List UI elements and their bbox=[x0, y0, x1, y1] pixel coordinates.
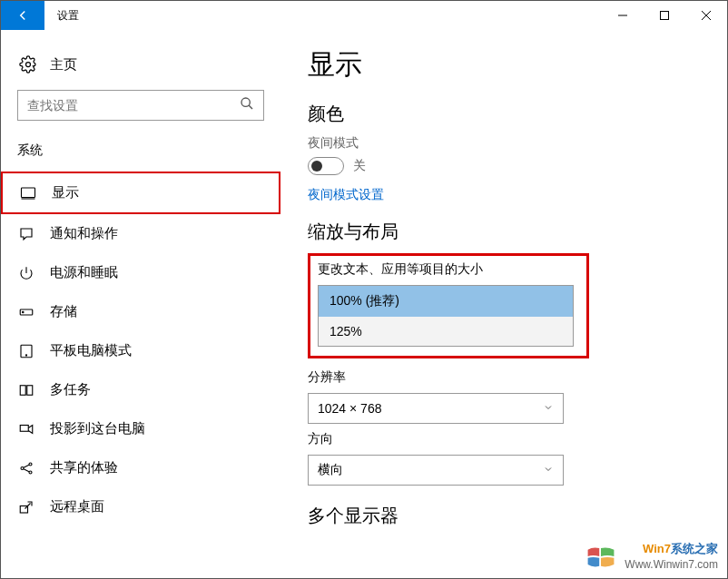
nav-label: 存储 bbox=[50, 303, 77, 320]
svg-point-4 bbox=[26, 63, 31, 67]
svg-line-20 bbox=[24, 468, 29, 471]
orientation-value: 横向 bbox=[318, 462, 343, 478]
svg-rect-13 bbox=[20, 385, 25, 395]
nav-item-notifications[interactable]: 通知和操作 bbox=[1, 214, 280, 253]
nav-list: 显示 通知和操作 电源和睡眠 存储 平板电脑模式 多任务 bbox=[1, 172, 280, 526]
chevron-down-icon bbox=[543, 462, 554, 478]
svg-rect-7 bbox=[22, 188, 35, 198]
wm-line1-right: 系统之家 bbox=[671, 542, 718, 555]
close-button[interactable] bbox=[685, 1, 727, 30]
svg-point-12 bbox=[25, 354, 26, 355]
power-icon bbox=[17, 265, 35, 281]
search-icon bbox=[240, 96, 254, 114]
window-title: 设置 bbox=[57, 8, 79, 24]
nav-item-remote[interactable]: 远程桌面 bbox=[1, 487, 280, 526]
storage-icon bbox=[17, 304, 35, 320]
section-color: 颜色 bbox=[308, 102, 700, 126]
search-input[interactable] bbox=[27, 98, 240, 113]
scale-combo[interactable]: 100% (推荐) 125% bbox=[318, 285, 574, 347]
orientation-select[interactable]: 横向 bbox=[308, 455, 564, 486]
scale-label: 更改文本、应用等项目的大小 bbox=[318, 261, 579, 278]
nav-label: 共享的体验 bbox=[50, 459, 118, 476]
project-icon bbox=[17, 421, 35, 437]
svg-rect-15 bbox=[20, 425, 28, 431]
section-multi-display: 多个显示器 bbox=[308, 504, 700, 528]
search-box[interactable] bbox=[17, 90, 264, 121]
multitask-icon bbox=[17, 382, 35, 398]
resolution-select[interactable]: 1024 × 768 bbox=[308, 393, 564, 424]
maximize-button[interactable] bbox=[644, 1, 685, 30]
nav-item-project[interactable]: 投影到这台电脑 bbox=[1, 409, 280, 448]
minimize-button[interactable] bbox=[602, 1, 644, 30]
nav-label: 多任务 bbox=[50, 381, 91, 398]
maximize-icon bbox=[660, 11, 669, 20]
svg-point-10 bbox=[23, 311, 25, 313]
nav-label: 平板电脑模式 bbox=[50, 342, 132, 359]
scale-option-125[interactable]: 125% bbox=[319, 317, 573, 346]
svg-point-17 bbox=[29, 463, 32, 466]
page-title: 显示 bbox=[308, 46, 700, 83]
windows-logo-icon bbox=[583, 538, 619, 574]
notification-icon bbox=[17, 226, 35, 242]
wm-line1-left: Win7 bbox=[643, 542, 671, 555]
nav-label: 投影到这台电脑 bbox=[50, 420, 145, 437]
svg-line-19 bbox=[24, 465, 29, 467]
nav-item-storage[interactable]: 存储 bbox=[1, 292, 280, 331]
svg-rect-1 bbox=[661, 12, 669, 20]
night-mode-settings-link[interactable]: 夜间模式设置 bbox=[308, 187, 384, 203]
svg-point-18 bbox=[29, 471, 32, 474]
titlebar: 设置 bbox=[1, 1, 727, 30]
scale-option-100[interactable]: 100% (推荐) bbox=[319, 286, 573, 317]
sidebar: 主页 系统 显示 通知和操作 电源和睡眠 存储 bbox=[1, 30, 280, 578]
svg-rect-14 bbox=[27, 385, 33, 395]
remote-icon bbox=[17, 499, 35, 515]
chevron-down-icon bbox=[543, 400, 554, 417]
svg-line-6 bbox=[249, 105, 252, 109]
back-button[interactable] bbox=[1, 1, 44, 30]
tablet-icon bbox=[17, 343, 35, 359]
night-mode-toggle[interactable] bbox=[308, 157, 344, 175]
window-controls bbox=[602, 1, 727, 30]
nav-item-tablet[interactable]: 平板电脑模式 bbox=[1, 331, 280, 370]
display-icon bbox=[19, 185, 37, 201]
nav-label: 电源和睡眠 bbox=[50, 264, 118, 281]
nav-label: 远程桌面 bbox=[50, 498, 104, 515]
svg-point-16 bbox=[21, 466, 24, 469]
svg-point-5 bbox=[241, 98, 250, 106]
nav-label: 显示 bbox=[52, 184, 79, 201]
home-label: 主页 bbox=[50, 56, 77, 74]
main-content: 显示 颜色 夜间模式 关 夜间模式设置 缩放与布局 更改文本、应用等项目的大小 … bbox=[280, 30, 727, 578]
highlight-box: 更改文本、应用等项目的大小 100% (推荐) 125% bbox=[308, 253, 589, 358]
night-mode-label: 夜间模式 bbox=[308, 135, 700, 152]
wm-url: Www.Winwin7.com bbox=[625, 557, 718, 573]
resolution-value: 1024 × 768 bbox=[318, 401, 381, 416]
share-icon bbox=[17, 460, 35, 476]
minimize-icon bbox=[618, 11, 627, 20]
watermark: Win7系统之家 Www.Winwin7.com bbox=[583, 538, 718, 574]
nav-item-power[interactable]: 电源和睡眠 bbox=[1, 253, 280, 292]
category-header: 系统 bbox=[17, 142, 264, 159]
gear-icon bbox=[19, 55, 37, 74]
arrow-left-icon bbox=[15, 7, 31, 24]
nav-item-multitask[interactable]: 多任务 bbox=[1, 370, 280, 409]
section-scale: 缩放与布局 bbox=[308, 220, 700, 244]
close-icon bbox=[702, 11, 711, 20]
nav-item-shared[interactable]: 共享的体验 bbox=[1, 448, 280, 487]
nav-label: 通知和操作 bbox=[50, 225, 118, 242]
resolution-label: 分辨率 bbox=[308, 369, 700, 386]
nav-item-display[interactable]: 显示 bbox=[1, 172, 280, 214]
night-mode-state: 关 bbox=[353, 158, 366, 174]
home-row[interactable]: 主页 bbox=[19, 55, 264, 74]
orientation-label: 方向 bbox=[308, 431, 700, 447]
